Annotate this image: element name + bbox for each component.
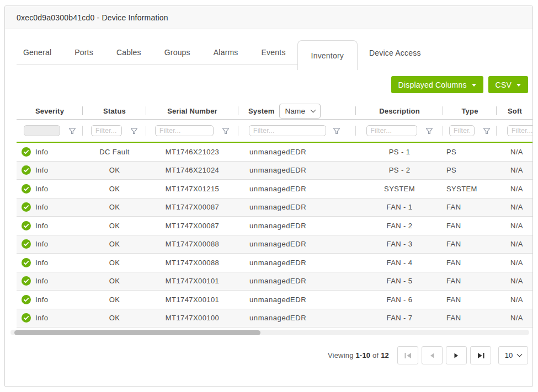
- displayed-columns-button[interactable]: Displayed Columns: [391, 76, 483, 93]
- check-circle-icon: [22, 221, 31, 230]
- tab-group-left: General Ports Cables Groups Alarms Event…: [17, 40, 297, 65]
- column-header-type[interactable]: Type: [443, 103, 497, 119]
- system-name-selector[interactable]: Name: [279, 104, 321, 119]
- csv-export-button[interactable]: CSV: [488, 76, 528, 93]
- pagination-bar: Viewing 1-10 of 12 10: [5, 346, 528, 364]
- description-filter-input[interactable]: [366, 125, 417, 136]
- column-header-status[interactable]: Status: [83, 103, 146, 119]
- table-row[interactable]: Info OK MT1747X01215 unmanagedEDR SYSTEM…: [17, 180, 533, 198]
- system-name-filter-input[interactable]: [249, 125, 326, 136]
- check-circle-icon: [22, 276, 31, 286]
- table-row[interactable]: Info OK MT1747X00100 unmanagedEDR FAN - …: [17, 309, 533, 328]
- tab-bar: General Ports Cables Groups Alarms Event…: [17, 40, 532, 70]
- next-page-button[interactable]: [446, 346, 467, 364]
- table-row[interactable]: Info OK MT1747X00101 unmanagedEDR FAN - …: [17, 291, 533, 309]
- column-header-severity[interactable]: Severity: [17, 103, 83, 119]
- page-size-select[interactable]: 10: [498, 346, 528, 364]
- previous-page-icon: [430, 353, 434, 358]
- horizontal-scrollbar-track[interactable]: [10, 330, 529, 335]
- previous-page-button: [422, 346, 443, 364]
- dialog-titlebar: 0xec0d9a0300b41cd0 - Device Information: [5, 6, 532, 29]
- table-row[interactable]: Info OK MT1747X00087 unmanagedEDR FAN - …: [17, 198, 533, 217]
- filter-cell-description: [356, 120, 443, 142]
- filter-funnel-icon[interactable]: [425, 127, 433, 135]
- filter-funnel-icon[interactable]: [130, 127, 138, 135]
- last-page-button[interactable]: [470, 346, 491, 364]
- filter-cell-software: [497, 120, 533, 142]
- tab-device-access[interactable]: Device Access: [358, 40, 433, 65]
- check-circle-icon: [22, 313, 31, 323]
- filter-cell-system-name: [238, 120, 356, 142]
- inventory-table: Severity Status Serial Number System Nam…: [17, 93, 533, 327]
- filter-funnel-icon[interactable]: [333, 127, 340, 135]
- caret-down-icon: [472, 84, 476, 87]
- check-circle-icon: [22, 202, 31, 212]
- column-header-system-name: System Name: [238, 103, 356, 119]
- caret-down-icon: [516, 84, 521, 87]
- column-header-software[interactable]: Soft: [497, 103, 533, 119]
- column-header-serial-number[interactable]: Serial Number: [146, 103, 238, 119]
- check-circle-icon: [22, 147, 31, 157]
- type-filter-input[interactable]: [449, 125, 475, 136]
- check-circle-icon: [22, 165, 31, 175]
- software-filter-input[interactable]: [507, 125, 533, 136]
- tab-ports[interactable]: Ports: [63, 40, 105, 65]
- pagination-status: Viewing 1-10 of 12: [328, 351, 389, 359]
- table-toolbar: Displayed Columns CSV: [17, 76, 528, 93]
- tab-cables[interactable]: Cables: [105, 40, 153, 65]
- first-page-button: [397, 346, 418, 364]
- tab-events[interactable]: Events: [250, 40, 297, 65]
- next-page-icon: [454, 353, 459, 358]
- tab-alarms[interactable]: Alarms: [202, 40, 250, 65]
- dialog-title: 0xec0d9a0300b41cd0 - Device Information: [17, 13, 168, 22]
- filter-cell-severity: [17, 120, 83, 142]
- tab-inventory[interactable]: Inventory: [297, 40, 358, 70]
- tab-general[interactable]: General: [17, 40, 63, 65]
- table-row[interactable]: Info OK MT1746X21024 unmanagedEDR PS - 2…: [17, 162, 533, 180]
- chevron-down-icon: [311, 107, 316, 112]
- severity-filter-input: [24, 125, 60, 136]
- table-body: Info DC Fault MT1746X21023 unmanagedEDR …: [17, 143, 533, 327]
- filter-funnel-icon[interactable]: [222, 127, 230, 135]
- device-information-dialog: 0xec0d9a0300b41cd0 - Device Information …: [4, 6, 533, 387]
- check-circle-icon: [22, 184, 31, 194]
- first-page-icon: [404, 352, 412, 359]
- filter-cell-status: [83, 120, 146, 142]
- tab-group-right: Device Access: [358, 40, 433, 65]
- status-filter-input[interactable]: [91, 125, 122, 136]
- table-row[interactable]: Info OK MT1747X00087 unmanagedEDR FAN - …: [17, 217, 533, 235]
- check-circle-icon: [22, 258, 31, 267]
- filter-row: [17, 120, 533, 142]
- horizontal-scrollbar-thumb[interactable]: [14, 330, 260, 335]
- filter-cell-serial-number: [146, 120, 238, 142]
- table-header-row: Severity Status Serial Number System Nam…: [17, 103, 533, 120]
- tab-groups[interactable]: Groups: [153, 40, 202, 65]
- last-page-icon: [477, 352, 484, 359]
- column-header-description[interactable]: Description: [356, 103, 443, 119]
- table-row[interactable]: Info OK MT1747X00101 unmanagedEDR FAN - …: [17, 272, 533, 291]
- table-row[interactable]: Info OK MT1747X00088 unmanagedEDR FAN - …: [17, 254, 533, 272]
- check-circle-icon: [22, 239, 31, 249]
- table-row[interactable]: Info OK MT1747X00088 unmanagedEDR FAN - …: [17, 235, 533, 254]
- filter-funnel-icon[interactable]: [68, 127, 76, 135]
- serial-number-filter-input[interactable]: [155, 125, 214, 136]
- filter-cell-type: [443, 120, 497, 142]
- table-row[interactable]: Info DC Fault MT1746X21023 unmanagedEDR …: [17, 143, 533, 162]
- check-circle-icon: [22, 295, 31, 304]
- filter-funnel-icon[interactable]: [483, 127, 491, 135]
- chevron-down-icon: [517, 352, 523, 357]
